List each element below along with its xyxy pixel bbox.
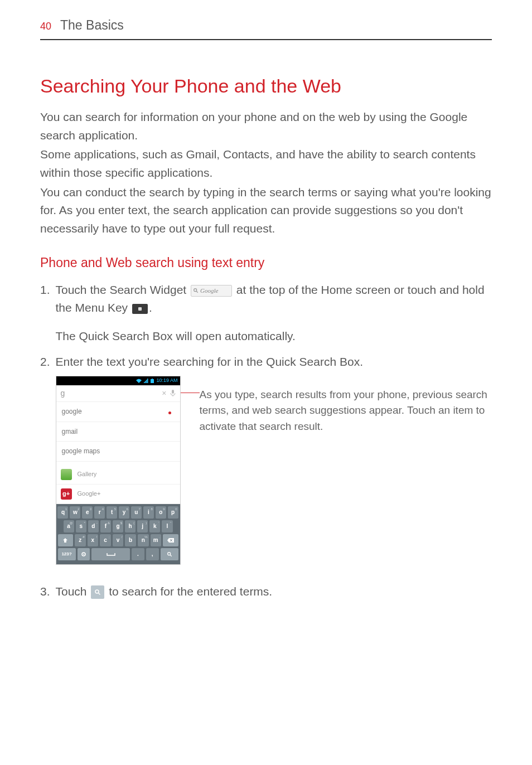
key-z[interactable]: z# [75, 534, 86, 546]
key-h[interactable]: h( [125, 520, 136, 532]
key-d[interactable]: d- [88, 520, 99, 532]
magnifier-icon [167, 551, 172, 557]
key-y[interactable]: y6 [119, 506, 129, 519]
key-space[interactable] [91, 548, 130, 560]
key-m[interactable]: m. [151, 534, 162, 546]
app-result[interactable]: Gallery [56, 462, 180, 485]
key-f[interactable]: f& [100, 520, 111, 532]
svg-point-18 [83, 554, 84, 555]
page-title: Searching Your Phone and the Web [40, 71, 492, 101]
intro-block: You can search for information on your p… [40, 108, 492, 238]
svg-line-22 [99, 593, 100, 595]
key-e[interactable]: e3 [82, 506, 93, 519]
svg-rect-7 [144, 382, 145, 383]
key-k[interactable]: k' [149, 520, 160, 532]
mic-icon[interactable] [170, 389, 176, 397]
gallery-icon [61, 469, 72, 480]
key-b[interactable]: b: [125, 534, 136, 546]
step-num: 1. [40, 281, 50, 346]
key-a[interactable]: a@ [64, 520, 74, 532]
search-input-row[interactable]: g × [56, 385, 180, 402]
search-key-icon [91, 585, 104, 599]
step-2: 2. Enter the text you're searching for i… [40, 353, 492, 574]
backspace-icon [167, 538, 174, 543]
step-1-pre: Touch the [56, 283, 110, 296]
key-x[interactable]: x! [88, 534, 99, 546]
suggestion-item[interactable]: google maps [56, 442, 180, 462]
phone-screenshot: 10:19 AM g × google gmail google maps Ga… [56, 376, 181, 565]
intro-p1: You can search for information on your p… [40, 108, 492, 144]
key-p[interactable]: p0 [168, 506, 178, 519]
svg-rect-9 [146, 380, 147, 383]
app-label: Gallery [78, 469, 97, 479]
search-widget-text: Google [200, 286, 218, 296]
wifi-icon [136, 379, 142, 383]
svg-point-21 [95, 590, 99, 593]
kb-row-3: z# x! c; v/ b: n% m. [58, 534, 178, 546]
search-query: g [61, 388, 159, 400]
svg-point-0 [194, 289, 197, 292]
shift-icon [62, 538, 68, 543]
clear-icon[interactable]: × [162, 388, 166, 400]
menu-dots-icon [136, 306, 144, 312]
key-c[interactable]: c; [100, 534, 111, 546]
status-time: 10:19 AM [156, 377, 177, 385]
key-v[interactable]: v/ [113, 534, 124, 546]
keyboard[interactable]: q1 w2 e3 r4 t5 y6 u7 i8 o9 p0 a@ [56, 504, 180, 564]
key-backspace[interactable] [163, 534, 178, 546]
key-u[interactable]: u7 [131, 506, 142, 519]
svg-rect-12 [152, 379, 153, 379]
key-o[interactable]: o9 [156, 506, 166, 519]
key-i[interactable]: i8 [143, 506, 154, 519]
step-3-pre: Touch [56, 585, 90, 598]
key-t[interactable]: t5 [107, 506, 117, 519]
intro-p3: You can conduct the search by typing in … [40, 183, 492, 238]
kb-row-2: a@ s* d- f& g$ h( j) k' l" [58, 520, 178, 532]
key-settings[interactable] [78, 548, 90, 560]
search-widget-icon: Google [191, 285, 232, 297]
kb-row-1: q1 w2 e3 r4 t5 y6 u7 i8 o9 p0 [58, 506, 178, 519]
kb-row-4: 123? . , [58, 548, 178, 560]
key-j[interactable]: j) [137, 520, 148, 532]
svg-rect-11 [151, 379, 154, 383]
step-1: 1. Touch the Search Widget Google at the… [40, 281, 492, 346]
svg-line-1 [196, 292, 198, 293]
step-3: 3. Touch to search for the entered terms… [40, 583, 492, 601]
suggestion-item[interactable]: gmail [56, 422, 180, 442]
menu-key-icon [132, 304, 148, 314]
subheading: Phone and Web search using text entry [40, 253, 492, 273]
key-comma[interactable]: , [146, 548, 159, 560]
key-shift[interactable] [58, 534, 73, 546]
key-s[interactable]: s* [76, 520, 86, 532]
key-search[interactable] [161, 548, 178, 560]
svg-point-19 [167, 552, 170, 555]
battery-icon [151, 379, 154, 383]
section-name: The Basics [60, 16, 124, 36]
step-num: 2. [40, 353, 50, 574]
steps-list: 1. Touch the Search Widget Google at the… [40, 281, 492, 601]
key-symbols[interactable]: 123? [58, 548, 76, 560]
signal-icon [144, 379, 148, 383]
status-bar: 10:19 AM [56, 376, 180, 385]
gear-icon [81, 551, 86, 557]
svg-line-20 [170, 555, 172, 556]
step-1-sub: The Quick Search Box will open automatic… [56, 327, 492, 346]
key-l[interactable]: l" [162, 520, 172, 532]
app-result[interactable]: g+ Google+ [56, 485, 180, 504]
key-n[interactable]: n% [138, 534, 149, 546]
key-g[interactable]: g$ [113, 520, 123, 532]
svg-rect-8 [145, 381, 146, 383]
key-r[interactable]: r4 [94, 506, 105, 519]
svg-point-4 [141, 308, 141, 308]
key-w[interactable]: w2 [70, 506, 80, 519]
key-q[interactable]: q1 [57, 506, 68, 519]
space-icon [107, 553, 115, 556]
svg-rect-10 [147, 379, 148, 383]
suggestion-item[interactable]: google [56, 402, 180, 422]
key-period[interactable]: . [132, 548, 144, 560]
page-header: 40 The Basics [40, 16, 492, 40]
page-number: 40 [40, 19, 51, 35]
svg-point-3 [139, 308, 139, 308]
step-2-text: Enter the text you're searching for in t… [56, 355, 363, 368]
step-num: 3. [40, 583, 50, 601]
